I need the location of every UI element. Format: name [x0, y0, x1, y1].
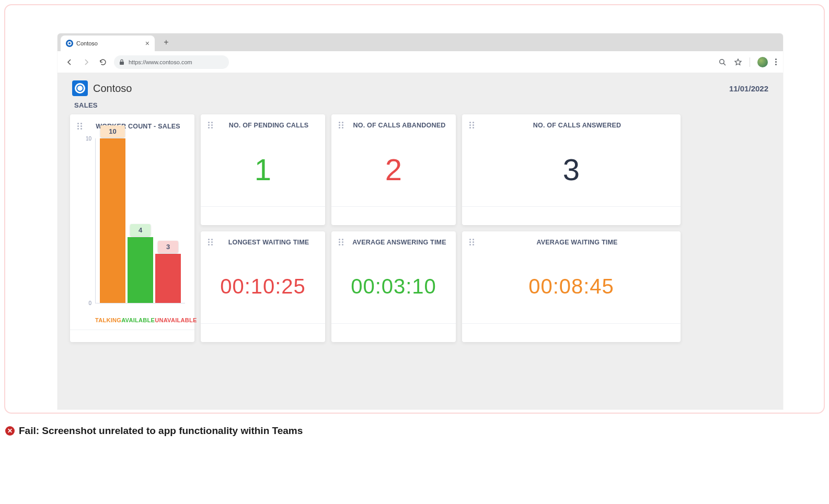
- card-footer: [331, 323, 456, 342]
- forward-button[interactable]: [80, 56, 92, 68]
- dashboard-grid: NO. OF PENDING CALLS 1 NO. OF CALLS ABAN…: [70, 114, 770, 342]
- lock-icon: [119, 59, 124, 65]
- browser-window: Contoso × + https://www.contoso.com: [57, 33, 783, 409]
- browser-tab[interactable]: Contoso ×: [61, 36, 155, 51]
- brand-logo-icon: [72, 80, 88, 96]
- card-footer: [70, 330, 194, 342]
- drag-handle-icon[interactable]: [77, 123, 83, 130]
- bar-available: 4: [128, 138, 153, 303]
- brand-name: Contoso: [93, 83, 132, 95]
- chart-plot: 10 0 10 4: [95, 138, 185, 303]
- card-title: AVERAGE WAITING TIME: [480, 239, 674, 246]
- bar-unavailable: 3: [155, 138, 181, 303]
- star-icon[interactable]: [734, 58, 742, 66]
- card-avg-wait: AVERAGE WAITING TIME 00:08:45: [462, 231, 681, 342]
- bar-talking: 10: [100, 138, 125, 303]
- metric-value: 3: [563, 152, 580, 187]
- new-tab-button[interactable]: +: [161, 37, 171, 48]
- omnibox[interactable]: https://www.contoso.com: [114, 55, 229, 69]
- y-tick: 10: [80, 136, 91, 142]
- drag-handle-icon[interactable]: [208, 239, 213, 246]
- card-title: NO. OF CALLS ANSWERED: [480, 122, 674, 129]
- search-icon[interactable]: [718, 58, 727, 66]
- card-longest-wait: LONGEST WAITING TIME 00:10:25: [201, 231, 325, 342]
- card-answered-calls: NO. OF CALLS ANSWERED 3: [462, 114, 681, 225]
- drag-handle-icon[interactable]: [469, 239, 475, 246]
- card-title: LONGEST WAITING TIME: [218, 239, 319, 246]
- card-footer: [201, 323, 325, 342]
- bar-rect: [128, 237, 153, 303]
- card-footer: [462, 206, 681, 225]
- drag-handle-icon[interactable]: [339, 122, 344, 129]
- address-bar: https://www.contoso.com: [57, 51, 783, 73]
- report-date: 11/01/2022: [729, 84, 768, 93]
- card-title: NO. OF CALLS ABANDONED: [349, 122, 450, 129]
- chart-legend: TALKING AVAILABLE UNAVAILABLE: [79, 303, 185, 330]
- caption-text: Fail: Screenshot unrelated to app functi…: [19, 425, 303, 437]
- favicon-icon: [66, 40, 73, 47]
- card-footer: [201, 206, 325, 225]
- url-text: https://www.contoso.com: [129, 59, 192, 65]
- drag-handle-icon[interactable]: [469, 122, 475, 129]
- metric-value: 00:10:25: [220, 275, 306, 298]
- card-avg-answer: AVERAGE ANSWERING TIME 00:03:10: [331, 231, 456, 342]
- bar-value-label: 4: [130, 224, 151, 236]
- drag-handle-icon[interactable]: [339, 239, 344, 246]
- metric-value: 00:03:10: [351, 275, 436, 298]
- metric-value: 2: [385, 152, 402, 187]
- legend-item: UNAVAILABLE: [155, 317, 197, 323]
- example-frame: Contoso × + https://www.contoso.com: [4, 4, 825, 414]
- bar-value-label: 10: [100, 125, 124, 137]
- metric-value: 00:08:45: [528, 275, 614, 298]
- bar-rect: [155, 254, 181, 303]
- profile-avatar[interactable]: [757, 57, 768, 67]
- fail-icon: ✕: [5, 426, 15, 436]
- browser-menu-icon[interactable]: [775, 58, 777, 65]
- legend-item: AVAILABLE: [121, 317, 155, 323]
- app-header: Contoso 11/01/2022: [72, 80, 768, 96]
- tab-strip: Contoso × +: [57, 33, 783, 51]
- chart-area: 10 0 10 4: [70, 133, 194, 330]
- card-title: NO. OF PENDING CALLS: [218, 122, 319, 129]
- card-title: AVERAGE ANSWERING TIME: [349, 239, 450, 246]
- card-worker-count: WORKER COUNT - SALES 10 0 10: [70, 114, 194, 342]
- close-tab-icon[interactable]: ×: [145, 40, 149, 47]
- svg-rect-0: [120, 62, 124, 65]
- back-button[interactable]: [64, 56, 75, 68]
- toolbar-divider: [750, 57, 750, 67]
- metric-value: 1: [255, 152, 271, 187]
- y-tick: 0: [80, 300, 91, 306]
- brand: Contoso: [72, 80, 132, 96]
- reload-button[interactable]: [97, 56, 109, 68]
- card-footer: [462, 323, 681, 342]
- legend-item: TALKING: [95, 317, 121, 323]
- card-pending-calls: NO. OF PENDING CALLS 1: [201, 114, 325, 225]
- tab-title: Contoso: [76, 40, 98, 46]
- drag-handle-icon[interactable]: [208, 122, 213, 129]
- card-abandoned-calls: NO. OF CALLS ABANDONED 2: [331, 114, 456, 225]
- section-label: SALES: [74, 101, 766, 109]
- card-footer: [331, 206, 456, 225]
- validation-caption: ✕ Fail: Screenshot unrelated to app func…: [5, 425, 303, 437]
- bar-value-label: 3: [158, 241, 178, 253]
- app-canvas: Contoso 11/01/2022 SALES NO. OF PENDING …: [57, 73, 783, 409]
- svg-point-1: [720, 59, 724, 63]
- bar-rect: [100, 138, 125, 303]
